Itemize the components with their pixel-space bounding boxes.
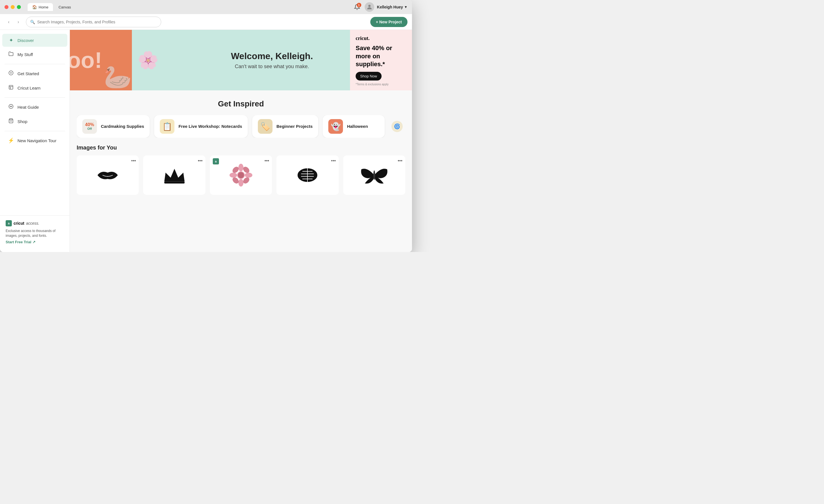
user-avatar-icon [366, 4, 373, 10]
search-bar[interactable]: 🔍 [26, 17, 161, 27]
image-card-flower[interactable]: a ••• [210, 155, 272, 195]
category-card-workshop[interactable]: 📋 Free Live Workshop: Notecards [154, 115, 248, 138]
hero-banner: oo! 🦢 🌸 Welcome, Kelleigh. Can't wait to… [70, 30, 412, 90]
sidebar-item-nav-tour[interactable]: ⚡ New Navigation Tour [2, 134, 67, 147]
image-card-football[interactable]: ••• [277, 155, 338, 195]
hero-orange-panel: oo! 🦢 [70, 30, 132, 90]
traffic-lights [4, 5, 21, 9]
svg-point-25 [373, 170, 375, 179]
access-description: Exclusive access to thousands of images,… [6, 229, 64, 238]
arrow-icon: ↗ [32, 240, 35, 244]
toolbar: ‹ › 🔍 + New Project [0, 14, 412, 30]
svg-rect-7 [164, 181, 185, 183]
halloween-icon: 👻 [328, 119, 343, 134]
ad-terms: *Terms & exclusions apply [355, 83, 406, 86]
close-button[interactable] [4, 5, 8, 9]
cricut-access-logo: a cricut access. [6, 220, 64, 226]
ad-logo: cricut. [355, 35, 406, 41]
chevron-down-icon: ▼ [404, 5, 408, 9]
image-menu-button[interactable]: ••• [198, 158, 203, 163]
sidebar-bottom: a cricut access. Exclusive access to tho… [0, 215, 70, 249]
svg-point-10 [238, 179, 243, 187]
cardmaking-label: Cardmaking Supplies [101, 124, 144, 129]
tab-home[interactable]: 🏠 Home [28, 3, 53, 11]
image-card-inner: ••• [277, 155, 338, 195]
discover-icon: ✦ [8, 37, 14, 43]
inspired-section: Get Inspired 40% Off Cardmaking Supplies… [70, 90, 412, 144]
sidebar-item-cricut-learn[interactable]: Cricut Learn [2, 81, 67, 95]
sidebar-item-get-started[interactable]: Get Started [2, 67, 67, 80]
hero-subtitle: Can't wait to see what you make. [235, 64, 309, 70]
image-card-inner: ••• [343, 155, 405, 195]
lightning-icon: ⚡ [8, 137, 14, 144]
beginner-label: Beginner Projects [277, 124, 313, 129]
flower-svg [228, 162, 253, 188]
sidebar-item-my-stuff[interactable]: My Stuff [2, 48, 67, 61]
play-icon [8, 71, 14, 77]
discount-pct: 40% [85, 122, 94, 127]
sidebar-divider-2 [4, 97, 65, 98]
nav-buttons: ‹ › [4, 18, 22, 26]
toolbar-right: + New Project [370, 17, 408, 27]
maximize-button[interactable] [17, 5, 21, 9]
images-section: Images for You ••• [70, 144, 412, 202]
avatar[interactable] [365, 2, 374, 12]
workshop-label: Free Live Workshop: Notecards [178, 124, 242, 129]
categories-row: 40% Off Cardmaking Supplies 📋 Free Live … [77, 115, 405, 138]
images-grid: ••• ••• [77, 155, 405, 195]
new-project-button[interactable]: + New Project [370, 17, 408, 27]
user-name[interactable]: Kelleigh Huey ▼ [377, 5, 408, 9]
back-button[interactable]: ‹ [4, 18, 13, 26]
sidebar-item-discover[interactable]: ✦ Discover [2, 34, 67, 47]
ad-title: Save 40% or more on supplies.* [355, 44, 406, 69]
category-card-beginner[interactable]: 🏷️ Beginner Projects [252, 115, 318, 138]
image-menu-button[interactable]: ••• [131, 158, 136, 163]
search-input[interactable] [37, 20, 157, 24]
sidebar-divider-1 [4, 64, 65, 64]
football-svg [295, 165, 320, 185]
category-card-cardmaking[interactable]: 40% Off Cardmaking Supplies [77, 115, 149, 138]
svg-point-9 [238, 164, 243, 171]
learn-icon [8, 85, 14, 91]
image-card-lips[interactable]: ••• [77, 155, 139, 195]
hero-flowers: 🌸 [137, 30, 159, 90]
tab-canvas[interactable]: Canvas [54, 3, 76, 11]
svg-marker-2 [11, 72, 12, 74]
image-card-inner: ••• [77, 155, 139, 195]
home-icon: 🏠 [32, 5, 37, 9]
tab-bar: 🏠 Home Canvas [28, 3, 76, 11]
image-menu-button[interactable]: ••• [398, 158, 402, 163]
sidebar-item-heat-guide[interactable]: Heat Guide [2, 101, 67, 114]
notification-button[interactable]: 1 [352, 2, 362, 12]
shop-now-button[interactable]: Shop Now [355, 72, 382, 81]
ad-banner: cricut. Save 40% or more on supplies.* S… [350, 30, 412, 90]
heat-icon [8, 104, 14, 110]
svg-rect-3 [9, 85, 13, 89]
hero-title: Welcome, Kelleigh. [231, 51, 313, 61]
folder-icon [8, 51, 14, 58]
more-category-preview: 🌀 [391, 121, 403, 132]
hero-orange-text: oo! [70, 47, 102, 73]
main-content: oo! 🦢 🌸 Welcome, Kelleigh. Can't wait to… [70, 30, 412, 252]
sidebar: ✦ Discover My Stuff Get Started [0, 30, 70, 252]
main-layout: ✦ Discover My Stuff Get Started [0, 30, 412, 252]
image-card-inner: ••• [143, 155, 205, 195]
minimize-button[interactable] [11, 5, 15, 9]
start-free-trial-link[interactable]: Start Free Trial ↗ [6, 240, 64, 244]
image-card-crown[interactable]: ••• [143, 155, 205, 195]
svg-point-11 [229, 172, 237, 178]
image-menu-button[interactable]: ••• [331, 158, 336, 163]
access-sub: access. [26, 221, 39, 226]
lips-svg [95, 164, 120, 186]
titlebar: 🏠 Home Canvas 1 Kelleigh Huey [0, 0, 412, 14]
image-menu-button[interactable]: ••• [264, 158, 269, 163]
image-card-butterfly[interactable]: ••• [343, 155, 405, 195]
category-card-halloween[interactable]: 👻 Halloween [323, 115, 385, 138]
forward-button[interactable]: › [14, 18, 22, 26]
svg-point-17 [238, 172, 244, 178]
halloween-label: Halloween [347, 124, 368, 129]
workshop-icon: 📋 [160, 119, 175, 134]
svg-point-0 [368, 5, 371, 7]
sidebar-item-shop[interactable]: Shop [2, 115, 67, 128]
inspired-title: Get Inspired [77, 99, 405, 108]
